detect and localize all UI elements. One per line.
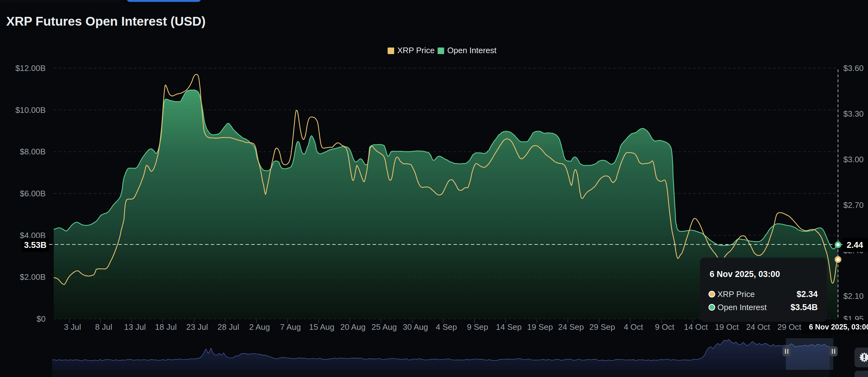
svg-text:$3.60: $3.60	[843, 63, 864, 73]
svg-text:2 Aug: 2 Aug	[249, 322, 270, 332]
svg-text:$2.10: $2.10	[843, 291, 864, 301]
svg-text:18 Jul: 18 Jul	[155, 322, 177, 332]
svg-text:13 Jul: 13 Jul	[124, 322, 146, 332]
svg-text:XRP Price: XRP Price	[397, 46, 434, 55]
svg-text:8 Jul: 8 Jul	[95, 322, 113, 332]
svg-text:6 Nov 2025, 03:00: 6 Nov 2025, 03:00	[809, 323, 868, 331]
svg-text:29 Oct: 29 Oct	[777, 322, 802, 332]
svg-text:$2.70: $2.70	[843, 200, 864, 210]
svg-text:$3.00: $3.00	[843, 155, 864, 164]
svg-text:20 Aug: 20 Aug	[340, 322, 366, 332]
svg-text:Open Interest: Open Interest	[447, 46, 497, 55]
svg-text:25 Aug: 25 Aug	[372, 322, 397, 332]
svg-text:24 Oct: 24 Oct	[746, 322, 770, 332]
svg-text:3.53B: 3.53B	[24, 240, 46, 250]
svg-text:$3.54B: $3.54B	[790, 302, 818, 312]
svg-text:14 Sep: 14 Sep	[496, 322, 522, 332]
svg-text:4 Sep: 4 Sep	[436, 322, 457, 332]
svg-text:9 Oct: 9 Oct	[655, 322, 675, 332]
svg-text:6 Nov 2025, 03:00: 6 Nov 2025, 03:00	[710, 269, 780, 279]
svg-text:28 Jul: 28 Jul	[217, 322, 239, 332]
svg-text:$0: $0	[36, 314, 45, 323]
svg-text:7 Aug: 7 Aug	[280, 322, 301, 332]
svg-text:$8.00B: $8.00B	[20, 147, 45, 156]
svg-text:19 Sep: 19 Sep	[527, 322, 553, 332]
svg-text:$2.00B: $2.00B	[20, 272, 45, 282]
svg-text:2.44: 2.44	[847, 240, 863, 250]
svg-text:$3.30: $3.30	[843, 109, 864, 118]
svg-text:14 Oct: 14 Oct	[684, 322, 708, 332]
svg-text:15 Aug: 15 Aug	[309, 322, 335, 332]
svg-text:29 Sep: 29 Sep	[589, 322, 615, 332]
svg-text:30 Aug: 30 Aug	[403, 322, 428, 332]
svg-text:Open Interest: Open Interest	[717, 302, 767, 312]
svg-text:$2.34: $2.34	[797, 289, 818, 299]
svg-text:$6.00B: $6.00B	[20, 189, 45, 198]
svg-text:$12.00B: $12.00B	[15, 63, 45, 73]
svg-text:9 Sep: 9 Sep	[467, 322, 488, 332]
svg-text:24 Sep: 24 Sep	[558, 322, 584, 332]
svg-text:3 Jul: 3 Jul	[64, 322, 81, 332]
svg-text:XRP Futures Open Interest (USD: XRP Futures Open Interest (USD)	[6, 14, 206, 28]
svg-text:4 Oct: 4 Oct	[624, 322, 644, 332]
svg-text:$10.00B: $10.00B	[15, 105, 45, 115]
svg-text:19 Oct: 19 Oct	[715, 322, 739, 332]
svg-text:XRP Price: XRP Price	[717, 289, 755, 299]
svg-text:23 Jul: 23 Jul	[186, 322, 208, 332]
